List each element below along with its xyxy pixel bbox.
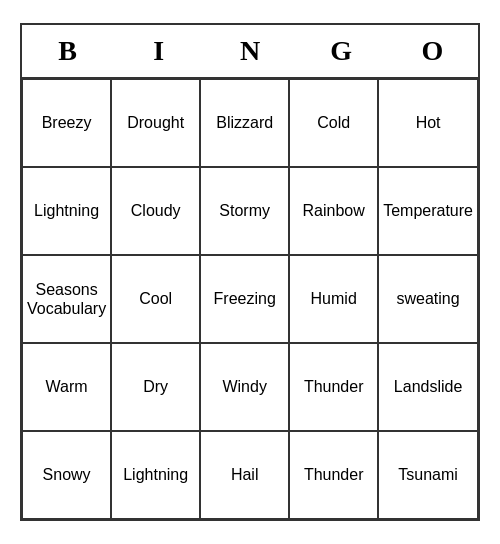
- cell-text: Thunder: [304, 465, 364, 484]
- grid-cell: Tsunami: [378, 431, 478, 519]
- header-letter: I: [113, 25, 204, 77]
- header-letter: N: [204, 25, 295, 77]
- cell-text: Lightning: [34, 201, 99, 220]
- cell-text: Lightning: [123, 465, 188, 484]
- grid-cell: Snowy: [22, 431, 111, 519]
- cell-text: Thunder: [304, 377, 364, 396]
- bingo-grid: BreezyDroughtBlizzardColdHotLightningClo…: [22, 79, 478, 519]
- grid-cell: Blizzard: [200, 79, 289, 167]
- grid-cell: Drought: [111, 79, 200, 167]
- grid-cell: Warm: [22, 343, 111, 431]
- cell-text: Hot: [416, 113, 441, 132]
- cell-text: sweating: [397, 289, 460, 308]
- cell-text: Drought: [127, 113, 184, 132]
- cell-text: Freezing: [214, 289, 276, 308]
- grid-cell: Freezing: [200, 255, 289, 343]
- grid-cell: Cold: [289, 79, 378, 167]
- cell-text: Windy: [222, 377, 266, 396]
- cell-text: Dry: [143, 377, 168, 396]
- header-letter: G: [296, 25, 387, 77]
- header-letter: O: [387, 25, 478, 77]
- cell-text: Cloudy: [131, 201, 181, 220]
- cell-text: Humid: [311, 289, 357, 308]
- grid-cell: sweating: [378, 255, 478, 343]
- grid-cell: Lightning: [111, 431, 200, 519]
- bingo-card: BINGO BreezyDroughtBlizzardColdHotLightn…: [20, 23, 480, 521]
- cell-text: Landslide: [394, 377, 463, 396]
- cell-text: Breezy: [42, 113, 92, 132]
- grid-cell: Cloudy: [111, 167, 200, 255]
- cell-text: Stormy: [219, 201, 270, 220]
- header-letter: B: [22, 25, 113, 77]
- cell-text: Snowy: [43, 465, 91, 484]
- grid-cell: Landslide: [378, 343, 478, 431]
- grid-cell: Thunder: [289, 343, 378, 431]
- grid-cell: Dry: [111, 343, 200, 431]
- cell-text: Warm: [46, 377, 88, 396]
- grid-cell: Breezy: [22, 79, 111, 167]
- grid-cell: Temperature: [378, 167, 478, 255]
- cell-text: Rainbow: [303, 201, 365, 220]
- grid-cell: Hot: [378, 79, 478, 167]
- grid-cell: Rainbow: [289, 167, 378, 255]
- grid-cell: Windy: [200, 343, 289, 431]
- cell-text: Hail: [231, 465, 259, 484]
- grid-cell: Humid: [289, 255, 378, 343]
- cell-text: Temperature: [383, 201, 473, 220]
- grid-cell: Lightning: [22, 167, 111, 255]
- grid-cell: Hail: [200, 431, 289, 519]
- cell-text: Cool: [139, 289, 172, 308]
- grid-cell: Cool: [111, 255, 200, 343]
- grid-cell: Seasons Vocabulary: [22, 255, 111, 343]
- bingo-header: BINGO: [22, 25, 478, 79]
- cell-text: Seasons Vocabulary: [27, 280, 106, 318]
- grid-cell: Stormy: [200, 167, 289, 255]
- cell-text: Cold: [317, 113, 350, 132]
- grid-cell: Thunder: [289, 431, 378, 519]
- cell-text: Blizzard: [216, 113, 273, 132]
- cell-text: Tsunami: [398, 465, 458, 484]
